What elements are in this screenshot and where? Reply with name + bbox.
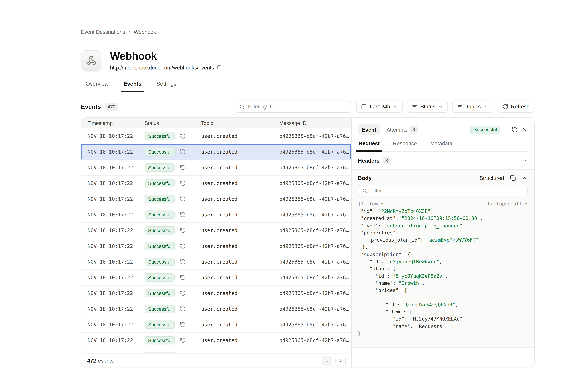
row-timestamp: NOV 18 10:17:22 (88, 243, 144, 249)
copy-body-button[interactable] (510, 175, 516, 181)
json-line: "previous_plan_id": "aezmBVpPksWVY6FT" (358, 236, 528, 244)
collapse-all-button[interactable]: Collapse all ↑ (488, 201, 528, 206)
table-header: Timestamp Status Topic Message ID (81, 118, 351, 128)
events-heading: Events (81, 103, 101, 110)
body-filter-search[interactable] (358, 185, 528, 196)
json-line: "id": "QJgg9WrS4vyQPNdR", (358, 301, 528, 308)
row-timestamp: NOV 18 10:17:22 (88, 196, 144, 202)
json-line: "id": "MJ2oy747MNQXELAo", (358, 316, 528, 323)
retry-row-button[interactable] (180, 228, 186, 233)
retry-row-button[interactable] (180, 164, 186, 170)
retry-icon (180, 149, 186, 155)
retry-row-button[interactable] (180, 180, 186, 186)
retry-row-button[interactable] (180, 306, 186, 312)
retry-row-button[interactable] (180, 290, 186, 296)
json-line: "properties": { (358, 229, 528, 236)
close-panel-button[interactable] (522, 127, 528, 132)
table-row[interactable]: NOV 18 10:17:22 Successful user.created … (81, 238, 351, 254)
retry-row-button[interactable] (180, 274, 186, 280)
table-row[interactable]: NOV 18 10:17:22 Successful user.created … (81, 160, 351, 176)
row-topic: user.created (201, 180, 279, 186)
retry-row-button[interactable] (180, 149, 186, 155)
retry-row-button[interactable] (180, 243, 186, 249)
refresh-label: Refresh (511, 104, 530, 110)
row-timestamp: NOV 18 10:17:22 (88, 322, 144, 328)
events-table: Timestamp Status Topic Message ID NOV 18… (81, 118, 351, 367)
structured-toggle[interactable]: Structured (472, 175, 504, 181)
retry-row-button[interactable] (180, 196, 186, 202)
table-row[interactable]: NOV 18 10:17:22 Successful user.created … (81, 223, 351, 238)
row-topic: user.created (201, 243, 279, 249)
retry-event-button[interactable] (512, 127, 518, 132)
table-row[interactable]: NOV 18 10:17:22 Successful user.created … (81, 254, 351, 270)
sub-tab[interactable]: Metadata (430, 140, 453, 151)
retry-row-button[interactable] (180, 322, 186, 328)
table-rows: NOV 18 10:17:22 Successful user.created … (81, 128, 351, 354)
row-message-id: b4925365-b8cf-42b7-a76… (279, 180, 351, 186)
filter-lines-icon (457, 104, 463, 110)
time-range-button[interactable]: Last 24h (356, 100, 403, 113)
table-row[interactable]: NOV 18 10:17:22 Successful user.created … (81, 348, 351, 354)
row-topic: user.created (201, 228, 279, 233)
row-topic: user.created (201, 164, 279, 170)
chevron-down-icon (393, 104, 398, 109)
table-row[interactable]: NOV 18 10:17:22 Successful user.created … (81, 176, 351, 191)
nav-tab[interactable]: Settings (154, 80, 179, 92)
topics-filter-button[interactable]: Topics (452, 100, 493, 113)
table-row[interactable]: NOV 18 10:17:22 Successful user.created … (81, 301, 351, 317)
json-line: "item": { (358, 308, 528, 316)
status-badge: Successful (144, 289, 175, 297)
retry-icon (180, 243, 186, 249)
json-viewer[interactable]: "id": "P2NoRtyZoTc46X3B","created_at": "… (358, 208, 528, 337)
chevron-left-icon (325, 358, 330, 363)
table-row[interactable]: NOV 18 10:17:22 Successful user.created … (81, 270, 351, 286)
table-row[interactable]: NOV 18 10:17:22 Successful user.created … (81, 128, 351, 144)
table-row[interactable]: NOV 18 10:17:22 Successful user.created … (81, 207, 351, 222)
table-row[interactable]: NOV 18 10:17:22 Successful user.created … (81, 286, 351, 301)
root-item-toggle[interactable]: {1 item ↑ (358, 201, 384, 206)
retry-row-button[interactable] (180, 133, 186, 139)
search-icon (240, 104, 245, 110)
event-status-badge: Successful (470, 126, 500, 134)
row-topic: user.created (201, 306, 279, 312)
table-row[interactable]: NOV 18 10:17:22 Successful user.created … (81, 333, 351, 348)
retry-row-button[interactable] (180, 337, 186, 343)
status-badge: Successful (144, 195, 175, 203)
json-line: { (358, 294, 528, 301)
sub-tab[interactable]: Request (358, 140, 380, 151)
retry-row-button[interactable] (180, 212, 186, 218)
previous-page-button[interactable] (322, 356, 332, 366)
body-filter-input[interactable] (370, 188, 523, 193)
table-row[interactable]: NOV 18 10:17:22 Successful user.created … (81, 191, 351, 207)
tab-attempts[interactable]: Attempts 3 (386, 126, 418, 133)
chevron-down-icon (438, 104, 443, 109)
filter-by-id-input[interactable] (248, 104, 348, 110)
retry-icon (180, 290, 186, 296)
next-page-button[interactable] (336, 356, 346, 366)
json-line: "id": "P2NoRtyZoTc46X3B", (358, 208, 528, 215)
table-row[interactable]: NOV 18 10:17:22 Successful user.created … (81, 144, 351, 160)
status-badge: Successful (144, 336, 175, 344)
filter-by-id-search[interactable] (235, 100, 352, 113)
sub-tab-label: Metadata (430, 140, 452, 146)
retry-row-button[interactable] (180, 259, 186, 265)
sub-tab[interactable]: Response (392, 140, 418, 151)
column-message-id: Message ID (279, 120, 351, 126)
row-message-id: b4925365-b8cf-42b7-a76… (279, 259, 351, 265)
collapse-body-button[interactable] (522, 175, 528, 181)
table-row[interactable]: NOV 18 10:17:22 Successful user.created … (81, 317, 351, 333)
status-filter-button[interactable]: Status (407, 100, 448, 113)
breadcrumb-parent[interactable]: Event Destinations (81, 29, 125, 35)
row-topic: user.created (201, 196, 279, 202)
copy-url-button[interactable] (217, 65, 222, 70)
status-badge: Successful (144, 258, 175, 266)
row-timestamp: NOV 18 10:17:22 (88, 259, 144, 265)
tab-event[interactable]: Event (358, 124, 380, 135)
column-timestamp: Timestamp (88, 120, 144, 126)
refresh-button[interactable]: Refresh (498, 100, 534, 113)
nav-tab[interactable]: Overview (83, 80, 111, 92)
headers-section-toggle[interactable]: Headers 3 (352, 152, 535, 170)
row-timestamp: NOV 18 10:17:22 (88, 149, 144, 155)
json-line: "created_at": "2024-10-10T09:15:50+00:00… (358, 215, 528, 222)
nav-tab[interactable]: Events (121, 80, 144, 92)
